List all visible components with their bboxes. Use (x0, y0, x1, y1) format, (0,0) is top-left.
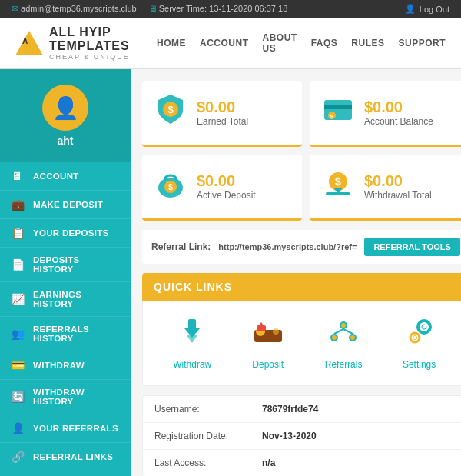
info-row-registration: Registration Date: Nov-13-2020 (143, 423, 461, 450)
main-nav: HOME ACCOUNT ABOUT US FAQS RULES SUPPORT (157, 32, 446, 54)
active-deposit-amount: $0.00 (197, 172, 256, 190)
sidebar-item-account[interactable]: 🖥 ACCOUNT (0, 162, 131, 191)
deposit-icon (253, 316, 284, 353)
topbar-left: ✉ admin@temp36.myscripts.club 🖥 Server T… (12, 4, 287, 14)
sidebar-item-your-referrals[interactable]: 👤 YOUR REFERRALS (0, 414, 131, 443)
person-icon: 👤 (12, 422, 25, 434)
group-icon: 👥 (12, 328, 25, 340)
svg-marker-20 (258, 322, 264, 327)
last-access-value: n/a (262, 458, 275, 468)
quick-links-body: Withdraw Deposit (142, 301, 461, 386)
nav-faqs[interactable]: FAQS (311, 38, 338, 48)
card-icon: 💳 (12, 359, 25, 371)
svg-text:$: $ (330, 113, 334, 120)
stat-card-earned: $ $0.00 Earned Total (142, 81, 302, 147)
referral-bar: Referral Link: http://temp36.myscripts.c… (142, 230, 461, 264)
registration-value: Nov-13-2020 (262, 431, 317, 441)
avatar: 👤 (42, 85, 88, 131)
logo-subtitle: CHEAP & UNIQUE (49, 53, 157, 61)
svg-point-28 (350, 335, 355, 340)
withdrawal-label: Withdrawal Total (364, 190, 432, 201)
document-icon: 📄 (12, 258, 25, 271)
stat-card-balance: $ $0.00 Account Balance (310, 81, 461, 147)
info-table: Username: 78679frfde74 Registration Date… (142, 395, 461, 476)
sidebar-item-referrals-history[interactable]: 👥 REFERRALS HISTORY (0, 317, 131, 351)
sidebar-item-withdraw-history[interactable]: 🔄 WITHDRAW HISTORY (0, 380, 131, 414)
sidebar-item-referral-links[interactable]: 🔗 REFERRAL LINKS (0, 443, 131, 471)
topbar-server-time: 🖥 Server Time: 13-11-2020 06:37:18 (148, 4, 288, 14)
username-value: 78679frfde74 (262, 404, 318, 414)
withdraw-icon (177, 316, 207, 353)
svg-rect-15 (188, 319, 196, 330)
info-row-username: Username: 78679frfde74 (143, 396, 461, 423)
referral-label: Referral Link: (151, 241, 211, 252)
svg-text:$: $ (168, 182, 173, 191)
sidebar-item-deposits-history[interactable]: 📄 DEPOSITS HISTORY (0, 248, 131, 282)
quick-link-withdraw[interactable]: Withdraw (158, 316, 226, 370)
sidebar-item-make-deposit[interactable]: 💼 MAKE DEPOSIT (0, 191, 131, 219)
monitor-icon: 🖥 (12, 170, 25, 182)
logo: A ALL HYIP TEMPLATES CHEAP & UNIQUE (15, 25, 157, 61)
stat-cards: $ $0.00 Earned Total $ (142, 81, 461, 221)
svg-rect-3 (324, 105, 352, 109)
nav-account[interactable]: ACCOUNT (200, 38, 249, 48)
withdraw-link[interactable]: Withdraw (173, 359, 211, 370)
user-icon: 👤 (52, 95, 79, 121)
balance-label: Account Balance (364, 116, 433, 127)
active-deposit-label: Active Deposit (197, 190, 256, 201)
username-label: Username: (154, 404, 262, 414)
svg-point-30 (422, 325, 426, 329)
sidebar-username: aht (58, 135, 74, 147)
sidebar-item-edit-account[interactable]: ✏️ EDIT ACCOUNT (0, 471, 131, 476)
quick-links-header: QUICK LINKS (142, 273, 461, 301)
nav-about[interactable]: ABOUT US (262, 32, 297, 54)
withdrawal-amount: $0.00 (364, 172, 432, 190)
main-content: $ $0.00 Earned Total $ (131, 69, 461, 476)
registration-label: Registration Date: (154, 431, 262, 441)
svg-text:$: $ (167, 104, 174, 115)
svg-point-26 (341, 323, 346, 328)
svg-marker-14 (186, 335, 198, 343)
info-row-last-access: Last Access: n/a (143, 450, 461, 476)
svg-line-24 (334, 329, 343, 334)
nav-support[interactable]: SUPPORT (398, 38, 446, 48)
sidebar-profile: 👤 aht (0, 69, 131, 162)
nav-home[interactable]: HOME (157, 38, 186, 48)
clipboard-icon: 📋 (12, 227, 25, 239)
svg-point-32 (413, 336, 416, 340)
quick-link-settings[interactable]: Settings (385, 316, 453, 370)
deposit-link[interactable]: Deposit (252, 359, 284, 370)
quick-links-section: QUICK LINKS Withdraw (142, 273, 461, 386)
withdrawal-icon: $ (321, 166, 355, 207)
referrals-link[interactable]: Referrals (325, 359, 363, 370)
topbar-email: ✉ admin@temp36.myscripts.club (12, 4, 137, 14)
settings-link[interactable]: Settings (403, 359, 436, 370)
balance-icon: $ (321, 92, 355, 133)
nav-rules[interactable]: RULES (351, 38, 384, 48)
settings-icon (404, 316, 435, 353)
sidebar-item-your-deposits[interactable]: 📋 YOUR DEPOSITS (0, 219, 131, 248)
bag-icon: $ (154, 166, 187, 207)
sidebar-item-earnings-history[interactable]: 📈 EARNINGS HISTORY (0, 282, 131, 317)
referral-link[interactable]: http://temp36.myscripts.club/?ref= (218, 242, 357, 251)
topbar-logout[interactable]: 👤 Log Out (405, 4, 449, 14)
sidebar: 👤 aht 🖥 ACCOUNT 💼 MAKE DEPOSIT 📋 YOUR DE… (0, 69, 131, 476)
svg-rect-2 (324, 100, 352, 120)
chart-icon: 📈 (12, 293, 25, 305)
referral-tools-button[interactable]: REFERRAL TOOLS (364, 238, 459, 256)
shield-dollar-icon: $ (154, 92, 187, 133)
link-icon: 🔗 (12, 451, 25, 463)
quick-link-referrals[interactable]: Referrals (310, 316, 377, 370)
header: A ALL HYIP TEMPLATES CHEAP & UNIQUE HOME… (0, 18, 461, 69)
svg-point-27 (332, 335, 337, 340)
stat-card-active-deposit: $ $0.00 Active Deposit (142, 155, 302, 221)
sidebar-item-withdraw[interactable]: 💳 WITHDRAW (0, 351, 131, 380)
main-layout: 👤 aht 🖥 ACCOUNT 💼 MAKE DEPOSIT 📋 YOUR DE… (0, 69, 461, 476)
last-access-label: Last Access: (154, 458, 262, 468)
earned-total-amount: $0.00 (197, 98, 248, 116)
stat-card-withdrawal: $ $0.00 Withdrawal Total (310, 155, 461, 221)
svg-line-25 (343, 329, 353, 334)
svg-rect-12 (326, 192, 350, 195)
quick-link-deposit[interactable]: Deposit (234, 316, 301, 370)
referrals-icon (328, 316, 359, 353)
